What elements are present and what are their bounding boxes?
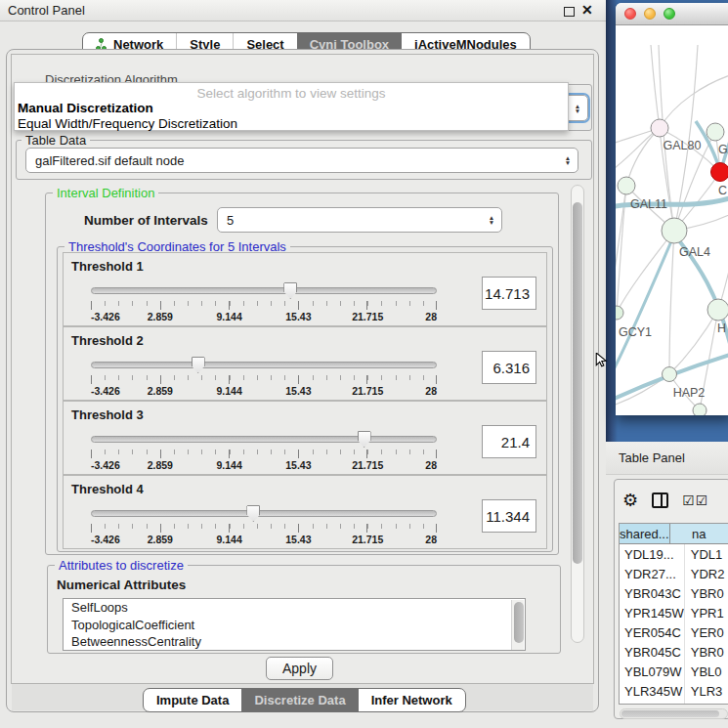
node-selected bbox=[711, 163, 728, 182]
node-gal11 bbox=[618, 177, 635, 194]
list-scrollbar-thumb[interactable] bbox=[514, 602, 524, 643]
table-row[interactable]: YBR045CYBR0 bbox=[620, 642, 728, 662]
tab-discretize-data[interactable]: Discretize Data bbox=[241, 689, 358, 711]
node-gal4 bbox=[662, 218, 687, 243]
table-header-row: shared... na bbox=[620, 524, 728, 544]
close-traffic-light-icon[interactable] bbox=[624, 8, 636, 20]
table-horizontal-scrollbar[interactable] bbox=[620, 708, 728, 719]
node-label: HAP2 bbox=[673, 386, 706, 400]
threshold-4-value-field[interactable]: 11.344 bbox=[482, 499, 536, 533]
table-row[interactable]: YER054CYER0 bbox=[620, 622, 728, 642]
node-label: GAL4 bbox=[679, 245, 710, 259]
threshold-3-panel: Threshold 3 -3.4262.8599.14415.4321.7152… bbox=[63, 401, 547, 475]
slider-track[interactable] bbox=[91, 287, 437, 294]
node bbox=[693, 404, 707, 415]
slider-thumb[interactable] bbox=[246, 505, 260, 522]
stepper-arrows-icon: ▲▼ bbox=[572, 104, 587, 113]
minimize-traffic-light-icon[interactable] bbox=[644, 8, 656, 20]
network-graph: GAL80 GA C GAL11 GAL4 GCY1 H HAP2 bbox=[616, 25, 728, 415]
node-table[interactable]: shared... na YDL19...YDL1 YDR27...YDR2 Y… bbox=[619, 523, 728, 705]
num-intervals-label: Number of Intervals bbox=[84, 213, 208, 228]
threshold-1-value-field[interactable]: 14.713 bbox=[482, 277, 536, 310]
panel-scrollbar-thumb[interactable] bbox=[573, 202, 582, 564]
control-panel-titlebar: Control Panel bbox=[0, 0, 606, 21]
apply-button[interactable]: Apply bbox=[266, 657, 333, 680]
threshold-4-slider[interactable]: -3.4262.8599.14415.4321.71528 bbox=[91, 505, 437, 546]
table-panel-titlebar: Table Panel bbox=[606, 442, 728, 475]
table-panel: ⚙ ☑☑ shared... na YDL19...YDL1 YDR27...Y… bbox=[606, 475, 728, 728]
float-window-icon[interactable] bbox=[564, 7, 575, 17]
node-gal80 bbox=[651, 119, 668, 137]
interval-definition-label: Interval Definition bbox=[53, 186, 158, 200]
node-label: C bbox=[718, 184, 727, 197]
node-hap2 bbox=[663, 367, 677, 382]
threshold-3-slider[interactable]: -3.4262.8599.14415.4321.71528 bbox=[91, 431, 437, 472]
list-item[interactable]: SelfLoops bbox=[64, 599, 525, 617]
panel-title: Control Panel bbox=[8, 3, 85, 18]
table-scrollbar-thumb[interactable] bbox=[621, 710, 719, 717]
threshold-2-panel: Threshold 2 -3.4262.8599.14415.4321.7152… bbox=[63, 326, 547, 401]
attributes-group-label: Attributes to discretize bbox=[55, 558, 188, 573]
slider-thumb[interactable] bbox=[192, 357, 205, 373]
slider-track[interactable] bbox=[91, 510, 437, 517]
threshold-2-label: Threshold 2 bbox=[71, 333, 144, 348]
node-label: H bbox=[717, 321, 726, 335]
table-row[interactable]: YPR145WYPR1 bbox=[620, 603, 728, 622]
node-gcy1 bbox=[616, 306, 623, 320]
column-header-shared-name[interactable]: shared... bbox=[620, 524, 670, 543]
node-label: GCY1 bbox=[619, 325, 652, 339]
num-intervals-combo[interactable]: 5 ▲▼ bbox=[217, 207, 502, 233]
cyni-mode-tabs: Impute Data Discretize Data Infer Networ… bbox=[143, 688, 466, 712]
threshold-1-slider[interactable]: -3.4262.8599.14415.4321.71528 bbox=[91, 282, 437, 323]
network-desktop: GAL80 GA C GAL11 GAL4 GCY1 H HAP2 bbox=[606, 0, 728, 442]
threshold-2-slider[interactable]: -3.4262.8599.14415.4321.71528 bbox=[91, 357, 437, 398]
table-toolbar: ⚙ ☑☑ bbox=[622, 486, 728, 515]
table-data-label: Table Data bbox=[21, 133, 90, 148]
node-label: GAL11 bbox=[630, 197, 667, 211]
mouse-cursor bbox=[595, 353, 609, 367]
table-row[interactable]: YDR27...YDR2 bbox=[620, 564, 728, 583]
settings-gear-icon[interactable]: ⚙ bbox=[622, 492, 638, 509]
table-row[interactable]: YBR043CYBR0 bbox=[620, 583, 728, 603]
threshold-3-value-field[interactable]: 21.4 bbox=[482, 425, 536, 458]
threshold-2-value-field[interactable]: 6.316 bbox=[482, 351, 536, 384]
node-label: GA bbox=[718, 143, 728, 156]
table-row[interactable]: YBL079WYBL0 bbox=[620, 662, 728, 681]
list-scrollbar[interactable] bbox=[511, 600, 524, 650]
list-item[interactable]: BetweennessCentrality bbox=[64, 633, 525, 651]
node-label: GAL80 bbox=[664, 139, 702, 152]
tab-impute-data[interactable]: Impute Data bbox=[144, 689, 241, 711]
numerical-attributes-label: Numerical Attributes bbox=[57, 578, 186, 592]
list-item[interactable]: TopologicalCoefficient bbox=[64, 617, 525, 634]
panel-scrollbar[interactable] bbox=[571, 185, 584, 643]
network-window-titlebar[interactable] bbox=[616, 3, 728, 25]
threshold-4-panel: Threshold 4 -3.4262.8599.14415.4321.7152… bbox=[63, 475, 547, 549]
stepper-arrows-icon: ▲▼ bbox=[486, 215, 501, 225]
stepper-arrows-icon: ▲▼ bbox=[562, 155, 578, 165]
threshold-3-label: Threshold 3 bbox=[71, 407, 144, 422]
slider-thumb[interactable] bbox=[358, 431, 371, 448]
close-icon[interactable]: ✕ bbox=[581, 2, 593, 18]
algorithm-hint: Select algorithm to view settings bbox=[15, 83, 568, 101]
zoom-traffic-light-icon[interactable] bbox=[664, 8, 675, 20]
table-row[interactable]: YIL052CYIL0 bbox=[620, 701, 728, 705]
table-data-combo[interactable]: galFiltered.sif default node ▲▼ bbox=[25, 148, 578, 173]
node bbox=[707, 123, 724, 141]
network-view-canvas[interactable]: GAL80 GA C GAL11 GAL4 GCY1 H HAP2 bbox=[616, 25, 728, 415]
network-window[interactable]: GAL80 GA C GAL11 GAL4 GCY1 H HAP2 bbox=[616, 3, 728, 415]
table-row[interactable]: YDL19...YDL1 bbox=[620, 544, 728, 564]
numerical-attributes-list[interactable]: SelfLoops TopologicalCoefficient Between… bbox=[63, 598, 526, 651]
algorithm-option-manual[interactable]: Manual Discretization bbox=[15, 101, 568, 116]
table-row[interactable]: YLR345WYLR3 bbox=[620, 681, 728, 701]
tab-infer-network[interactable]: Infer Network bbox=[359, 689, 465, 711]
columns-icon[interactable] bbox=[652, 492, 668, 508]
slider-track[interactable] bbox=[91, 436, 437, 443]
node bbox=[707, 299, 728, 321]
slider-thumb[interactable] bbox=[283, 282, 297, 299]
slider-track[interactable] bbox=[91, 362, 437, 368]
column-header-name[interactable]: na bbox=[670, 524, 728, 543]
checkbox-icons[interactable]: ☑☑ bbox=[682, 492, 708, 508]
threshold-4-label: Threshold 4 bbox=[71, 482, 144, 496]
algorithm-option-equal-width[interactable]: Equal Width/Frequency Discretization bbox=[15, 116, 568, 132]
algorithm-dropdown-popup: Select algorithm to view settings Manual… bbox=[14, 82, 569, 131]
